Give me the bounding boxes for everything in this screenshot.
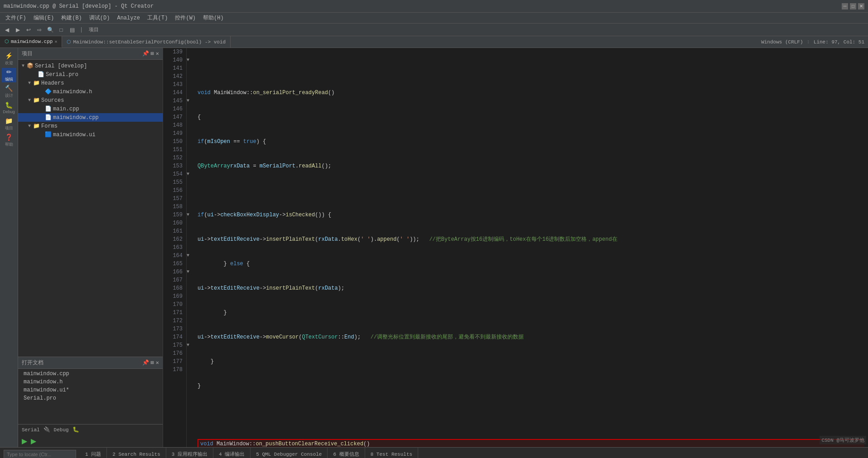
arrow-forms: ▼: [26, 124, 33, 129]
tree-item-headers[interactable]: ▼ 📁 Headers: [18, 79, 163, 87]
pin-icon[interactable]: 📌: [142, 50, 149, 57]
close-button[interactable]: ✕: [858, 3, 864, 10]
tree-label-sources: Sources: [41, 97, 64, 104]
tree-item-serial-pro[interactable]: 📄 Serial.pro: [18, 70, 163, 79]
fold-arrows: ▼ ▼ ▼ ▼: [187, 48, 194, 447]
tab-close-icon[interactable]: ✕: [54, 39, 57, 44]
arrow-headers: ▼: [26, 81, 33, 86]
toolbar-btn-3[interactable]: ↩: [24, 25, 34, 35]
locate-input[interactable]: [4, 450, 76, 458]
minimize-button[interactable]: ─: [842, 3, 848, 10]
menu-build[interactable]: 构建(B): [58, 13, 86, 23]
menu-analyze[interactable]: Analyze: [113, 14, 143, 22]
tree-label-mwui: mainwindow.ui: [53, 132, 96, 138]
window-controls: ─ □ ✕: [842, 3, 864, 10]
serial-label: Serial: [22, 427, 40, 433]
open-file-mainwindow-ui[interactable]: mainwindow.ui*: [18, 386, 163, 394]
project-button[interactable]: 📁 项目: [2, 117, 16, 131]
run-button[interactable]: ▶: [22, 437, 27, 445]
code-line-140: void MainWindow::on_serialPort_readyRead…: [198, 89, 864, 97]
welcome-label: 欢迎: [5, 60, 13, 66]
code-line-145: if(ui->checkBoxHexDisplay->isChecked()) …: [198, 211, 864, 219]
code-line-154: void MainWindow::on_pushButtonClearRecei…: [198, 439, 864, 447]
file-icon-pro: 📄: [37, 71, 44, 78]
toolbar-btn-7[interactable]: ▤: [67, 25, 77, 35]
arrow-serial: ▼: [20, 63, 26, 68]
arrow-mwcpp: [38, 115, 44, 120]
maximize-button[interactable]: □: [850, 3, 856, 10]
code-line-144: [198, 186, 864, 195]
editor-area[interactable]: 139 140 141 142 143 144 145 146 147 148 …: [163, 48, 868, 447]
main-layout: ⚡ 欢迎 ✏ 编辑 🔨 设计 🐛 Debug 📁 项目 ❓ 帮助 项目 📌: [0, 48, 868, 447]
bottom-tab-search[interactable]: 2 Search Results: [107, 448, 166, 458]
split-icon[interactable]: ⊞: [151, 50, 154, 57]
tree-item-mainwindow-h[interactable]: 🔷 mainwindow.h: [18, 87, 163, 96]
welcome-icon: ⚡: [5, 52, 13, 59]
bottom-tab-build-output[interactable]: 4 编译输出: [213, 448, 251, 458]
help-label: 帮助: [5, 142, 13, 148]
file-icon-mwcpp: 📄: [44, 114, 52, 121]
open-files-close-icon[interactable]: ✕: [156, 359, 159, 366]
tab-mainwindow-cpp[interactable]: ⬡ mainwindow.cpp ✕: [0, 36, 62, 48]
tree-item-sources[interactable]: ▼ 📁 Sources: [18, 96, 163, 105]
toolbar-btn-4[interactable]: ⇨: [34, 25, 44, 35]
menu-file[interactable]: 文件(F): [2, 13, 30, 23]
tree-item-main-cpp[interactable]: 📄 main.cpp: [18, 105, 163, 113]
design-button[interactable]: 🔨 设计: [2, 84, 16, 99]
bottom-tab-summary[interactable]: 6 概要信息: [328, 448, 365, 458]
left-icon-sidebar: ⚡ 欢迎 ✏ 编辑 🔨 设计 🐛 Debug 📁 项目 ❓ 帮助: [0, 48, 18, 447]
menu-tools[interactable]: 工具(T): [144, 13, 172, 23]
arrow-main: [38, 106, 44, 111]
folder-icon-forms: 📁: [33, 123, 40, 129]
sidebar: 项目 📌 ⊞ ✕ ▼ 📦 Serial [develop] 📄 Serial.p…: [18, 48, 163, 447]
file-icon-main: 📄: [44, 105, 52, 112]
open-file-mainwindow-h[interactable]: mainwindow.h: [18, 378, 163, 386]
forward-button[interactable]: ▶: [13, 25, 23, 35]
code-line-148: ui->textEditReceive->insertPlainText(rxD…: [198, 284, 864, 292]
toolbar-btn-6[interactable]: □: [56, 25, 66, 35]
bottom-tab-test[interactable]: 8 Test Results: [365, 448, 418, 458]
open-files-split-icon[interactable]: ⊞: [151, 359, 154, 366]
project-selector[interactable]: 项目: [86, 25, 102, 35]
debug-button[interactable]: 🐛 Debug: [2, 100, 16, 115]
bottom-tab-app-output[interactable]: 3 应用程序输出: [166, 448, 213, 458]
welcome-button[interactable]: ⚡ 欢迎: [2, 52, 16, 66]
close-panel-icon[interactable]: ✕: [156, 50, 159, 57]
open-files-pin-icon[interactable]: 📌: [142, 359, 149, 366]
menu-edit[interactable]: 编辑(E): [30, 13, 58, 23]
position-label: Line: 97, Col: 51: [814, 39, 864, 45]
tab-func-icon: ⬡: [67, 39, 71, 45]
open-files-controls: 📌 ⊞ ✕: [142, 359, 159, 366]
tree-label-serial: Serial [develop]: [35, 63, 87, 69]
folder-icon-headers: 📁: [33, 80, 40, 86]
debug-label: Debug: [3, 110, 15, 114]
menu-help[interactable]: 帮助(H): [199, 13, 227, 23]
code-lines[interactable]: void MainWindow::on_serialPort_readyRead…: [194, 48, 868, 447]
run-debug-button[interactable]: ▶: [31, 437, 36, 445]
tree-item-serial-develop[interactable]: ▼ 📦 Serial [develop]: [18, 62, 163, 70]
code-line-149: }: [198, 309, 864, 317]
back-button[interactable]: ◀: [2, 25, 12, 35]
project-label: 项目: [5, 125, 13, 131]
bottom-tab-qml-debug[interactable]: 5 QML Debugger Console: [251, 448, 328, 458]
help-button[interactable]: ❓ 帮助: [2, 133, 16, 148]
edit-button[interactable]: ✏ 编辑: [2, 68, 16, 82]
open-files-header: 打开文档 📌 ⊞ ✕: [18, 357, 163, 369]
toolbar-btn-5[interactable]: 🔍: [45, 25, 55, 35]
bottom-tab-problems[interactable]: 1 问题: [80, 448, 107, 458]
tab-function-sig[interactable]: ⬡ MainWindow::setEnableSerialPortConfig(…: [62, 36, 231, 48]
tree-item-mainwindow-cpp[interactable]: 📄 mainwindow.cpp: [18, 113, 163, 122]
tree-item-mainwindow-ui[interactable]: 🟦 mainwindow.ui: [18, 130, 163, 139]
tab-label: mainwindow.cpp: [11, 39, 53, 44]
tree-item-forms[interactable]: ▼ 📁 Forms: [18, 122, 163, 130]
arrow-pro: [31, 72, 37, 77]
edit-icon: ✏: [6, 68, 12, 76]
project-header-label: 项目: [22, 50, 33, 57]
menu-controls[interactable]: 控件(W): [171, 13, 199, 23]
project-icon-serial: 📦: [26, 62, 34, 69]
menu-debug[interactable]: 调试(D): [86, 13, 114, 23]
open-file-serial-pro[interactable]: Serial.pro: [18, 394, 163, 402]
design-label: 设计: [5, 93, 13, 99]
open-file-mainwindow-cpp[interactable]: mainwindow.cpp: [18, 370, 163, 378]
file-icon-mwh: 🔷: [44, 88, 52, 95]
